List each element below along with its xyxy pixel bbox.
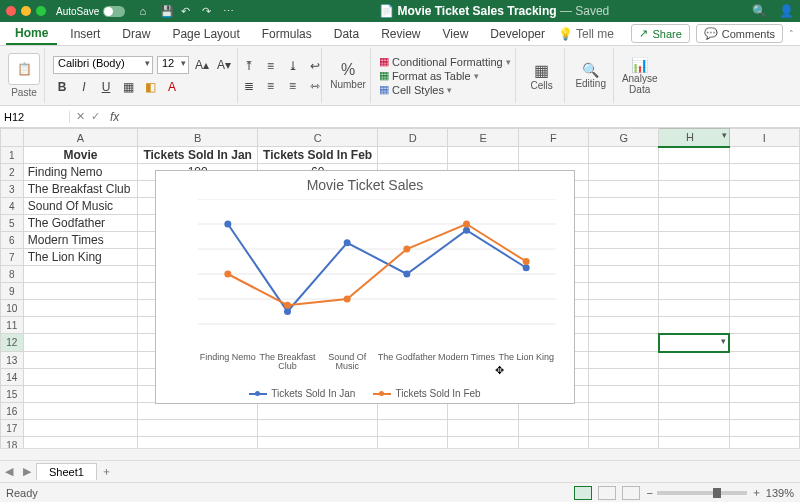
redo-icon[interactable]: ↷ <box>202 5 215 18</box>
cell[interactable]: Finding Nemo <box>23 164 137 181</box>
cell[interactable] <box>258 437 378 449</box>
cell[interactable] <box>589 334 659 352</box>
cell[interactable] <box>23 317 137 334</box>
fill-color-button[interactable]: ◧ <box>141 78 159 96</box>
cell[interactable] <box>23 334 137 352</box>
align-bot-icon[interactable]: ⤓ <box>284 57 302 75</box>
cell[interactable] <box>659 215 729 232</box>
tab-developer[interactable]: Developer <box>481 24 554 44</box>
tab-insert[interactable]: Insert <box>61 24 109 44</box>
tab-nav-prev[interactable]: ◀ <box>0 465 18 478</box>
cell[interactable] <box>589 249 659 266</box>
align-mid-icon[interactable]: ≡ <box>262 57 280 75</box>
name-box[interactable]: H12 <box>0 111 70 123</box>
undo-icon[interactable]: ↶ <box>181 5 194 18</box>
tab-page-layout[interactable]: Page Layout <box>163 24 248 44</box>
col-E[interactable]: E <box>448 129 518 147</box>
cell[interactable] <box>589 386 659 403</box>
cell[interactable] <box>23 437 137 449</box>
col-B[interactable]: B <box>138 129 258 147</box>
cell[interactable] <box>729 147 799 164</box>
col-I[interactable]: I <box>729 129 799 147</box>
cell[interactable] <box>518 437 588 449</box>
cell[interactable] <box>729 386 799 403</box>
cell[interactable] <box>729 300 799 317</box>
cell[interactable] <box>729 198 799 215</box>
comments-button[interactable]: 💬 Comments <box>696 24 783 43</box>
share-button[interactable]: ↗ Share <box>631 24 689 43</box>
cell[interactable] <box>659 198 729 215</box>
cell-styles[interactable]: ▦ Cell Styles ▾ <box>379 83 511 96</box>
row-11[interactable]: 11 <box>1 317 24 334</box>
cell[interactable] <box>23 266 137 283</box>
row-7[interactable]: 7 <box>1 249 24 266</box>
cells-button[interactable]: ▦Cells <box>524 58 560 94</box>
tab-view[interactable]: View <box>434 24 478 44</box>
tab-data[interactable]: Data <box>325 24 368 44</box>
cell[interactable]: The Breakfast Club <box>23 181 137 198</box>
add-sheet-button[interactable]: ＋ <box>97 464 117 479</box>
cell[interactable] <box>23 420 137 437</box>
cell[interactable]: Movie <box>23 147 137 164</box>
enter-icon[interactable]: ✓ <box>91 110 100 123</box>
more-icon[interactable]: ⋯ <box>223 5 236 18</box>
cell[interactable] <box>659 164 729 181</box>
wrap-text-icon[interactable]: ↩ <box>306 57 324 75</box>
cell[interactable] <box>729 334 799 352</box>
col-H[interactable]: H <box>659 129 729 147</box>
align-right-icon[interactable]: ≡ <box>284 77 302 95</box>
col-F[interactable]: F <box>518 129 588 147</box>
col-A[interactable]: A <box>23 129 137 147</box>
merge-icon[interactable]: ⇿ <box>306 77 324 95</box>
align-center-icon[interactable]: ≡ <box>262 77 280 95</box>
search-icon[interactable]: 🔍 <box>752 4 767 18</box>
cell[interactable] <box>589 437 659 449</box>
conditional-formatting[interactable]: ▦ Conditional Formatting ▾ <box>379 55 511 68</box>
cell[interactable] <box>589 369 659 386</box>
cell[interactable] <box>729 352 799 369</box>
cell[interactable] <box>659 437 729 449</box>
cell[interactable] <box>589 403 659 420</box>
cell[interactable] <box>729 437 799 449</box>
increase-font-icon[interactable]: A▴ <box>193 56 211 74</box>
tab-draw[interactable]: Draw <box>113 24 159 44</box>
row-3[interactable]: 3 <box>1 181 24 198</box>
autosave-toggle[interactable]: AutoSave <box>56 6 125 17</box>
cell[interactable] <box>23 300 137 317</box>
row-6[interactable]: 6 <box>1 232 24 249</box>
cell[interactable] <box>659 181 729 198</box>
analyse-data-button[interactable]: 📊Analyse Data <box>622 58 658 94</box>
cell[interactable] <box>138 437 258 449</box>
italic-button[interactable]: I <box>75 78 93 96</box>
editing-button[interactable]: 🔍Editing <box>573 58 609 94</box>
cell[interactable] <box>729 283 799 300</box>
cell[interactable] <box>589 164 659 181</box>
row-18[interactable]: 18 <box>1 437 24 449</box>
cell[interactable] <box>378 403 448 420</box>
cell[interactable] <box>589 283 659 300</box>
row-9[interactable]: 9 <box>1 283 24 300</box>
cell[interactable] <box>589 215 659 232</box>
row-2[interactable]: 2 <box>1 164 24 181</box>
cell[interactable] <box>729 266 799 283</box>
col-G[interactable]: G <box>589 129 659 147</box>
cell[interactable] <box>138 403 258 420</box>
cell[interactable] <box>378 147 448 164</box>
cell[interactable] <box>659 334 729 352</box>
cell[interactable] <box>589 198 659 215</box>
save-icon[interactable]: 💾 <box>160 5 173 18</box>
row-12[interactable]: 12 <box>1 334 24 352</box>
view-normal[interactable] <box>574 486 592 500</box>
cell[interactable] <box>729 420 799 437</box>
align-left-icon[interactable]: ≣ <box>240 77 258 95</box>
worksheet[interactable]: A B C D E F G H I 1MovieTickets Sold In … <box>0 128 800 448</box>
view-page-layout[interactable] <box>598 486 616 500</box>
decrease-font-icon[interactable]: A▾ <box>215 56 233 74</box>
horizontal-scrollbar[interactable] <box>0 448 800 460</box>
border-button[interactable]: ▦ <box>119 78 137 96</box>
cell[interactable] <box>589 300 659 317</box>
row-10[interactable]: 10 <box>1 300 24 317</box>
zoom-level[interactable]: 139% <box>766 487 794 499</box>
cell[interactable] <box>659 369 729 386</box>
cell[interactable] <box>448 437 518 449</box>
